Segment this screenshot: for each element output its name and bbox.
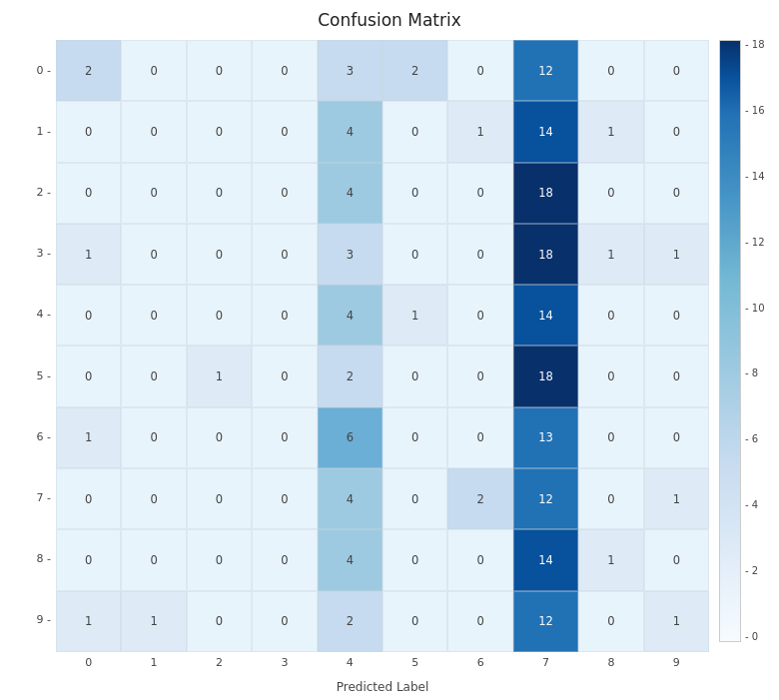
cell-value: 0 (607, 430, 614, 444)
row-label: 7 - (28, 467, 56, 528)
colorbar-ticks: - 18- 16- 14- 12- 10- 8- 6- 4- 2- 0 (741, 40, 765, 642)
table-cell: 0 (578, 346, 643, 406)
cell-value: 12 (538, 614, 553, 628)
cell-value: 0 (411, 430, 418, 444)
grid-row: 00004001800 (56, 163, 709, 224)
table-cell: 0 (187, 163, 252, 224)
table-cell: 0 (56, 529, 121, 590)
table-cell: 0 (121, 407, 186, 468)
table-cell: 0 (187, 407, 252, 468)
colorbar-tick: - 4 (745, 500, 765, 510)
colorbar-tick: - 2 (745, 566, 765, 576)
grid-row: 00004011410 (56, 101, 709, 162)
table-cell: 0 (252, 40, 317, 101)
table-cell: 0 (252, 285, 317, 346)
cell-value: 4 (347, 309, 354, 323)
table-cell: 0 (121, 163, 186, 224)
col-label: 9 (644, 652, 709, 680)
cell-value: 1 (607, 125, 614, 139)
cell-value: 0 (216, 614, 223, 628)
cell-value: 0 (607, 492, 614, 506)
table-cell: 0 (187, 101, 252, 162)
cell-value: 0 (607, 309, 614, 323)
cell-value: 1 (85, 248, 92, 262)
col-label: 3 (252, 652, 317, 680)
cell-value: 0 (150, 430, 157, 444)
table-cell: 0 (447, 529, 512, 590)
cell-value: 0 (150, 309, 157, 323)
table-cell: 0 (447, 40, 512, 101)
cell-value: 0 (607, 64, 614, 78)
cell-value: 0 (476, 64, 483, 78)
col-labels-row: 0123456789 (28, 652, 709, 680)
cell-value: 1 (673, 248, 680, 262)
table-cell: 0 (578, 591, 643, 652)
table-cell: 1 (644, 591, 709, 652)
cell-value: 14 (538, 553, 553, 567)
table-cell: 1 (56, 224, 121, 285)
cell-value: 0 (281, 369, 288, 383)
table-cell: 0 (578, 407, 643, 468)
table-cell: 0 (578, 468, 643, 529)
colorbar-wrapper: - 18- 16- 14- 12- 10- 8- 6- 4- 2- 0 (719, 40, 765, 642)
table-cell: 0 (56, 468, 121, 529)
cell-value: 1 (673, 614, 680, 628)
cell-value: 4 (347, 492, 354, 506)
table-cell: 0 (644, 163, 709, 224)
col-label: 8 (578, 652, 643, 680)
cell-value: 0 (281, 248, 288, 262)
colorbar-gradient (719, 40, 741, 642)
cell-value: 0 (150, 248, 157, 262)
cell-value: 0 (411, 186, 418, 200)
table-cell: 1 (578, 529, 643, 590)
matrix-section: 0 -1 -2 -3 -4 -5 -6 -7 -8 -9 - 200032012… (28, 40, 709, 700)
table-cell: 0 (644, 529, 709, 590)
cell-value: 0 (476, 553, 483, 567)
table-cell: 6 (318, 407, 383, 468)
cell-value: 0 (85, 369, 92, 383)
table-cell: 0 (383, 346, 447, 406)
cell-value: 0 (673, 553, 680, 567)
cell-value: 0 (85, 125, 92, 139)
table-cell: 0 (252, 529, 317, 590)
cell-value: 14 (538, 309, 553, 323)
cell-value: 1 (607, 553, 614, 567)
cell-value: 0 (281, 553, 288, 567)
cell-value: 0 (150, 492, 157, 506)
colorbar-tick: - 14 (745, 172, 765, 182)
row-label: 8 - (28, 528, 56, 589)
cell-value: 0 (673, 309, 680, 323)
table-cell: 0 (121, 346, 186, 406)
grid-row: 00004101400 (56, 285, 709, 346)
table-cell: 0 (447, 407, 512, 468)
cell-value: 2 (347, 614, 354, 628)
cell-value: 0 (150, 369, 157, 383)
grid-row: 20003201200 (56, 40, 709, 101)
colorbar-tick: - 0 (745, 632, 765, 642)
table-cell: 0 (644, 346, 709, 406)
cell-value: 0 (411, 125, 418, 139)
cell-value: 18 (538, 248, 553, 262)
cell-value: 0 (150, 186, 157, 200)
cell-value: 0 (476, 614, 483, 628)
cell-value: 0 (216, 309, 223, 323)
table-cell: 0 (578, 285, 643, 346)
colorbar-tick: - 6 (745, 434, 765, 444)
table-cell: 2 (447, 468, 512, 529)
table-cell: 0 (187, 468, 252, 529)
cell-value: 18 (538, 186, 553, 200)
cell-value: 0 (85, 309, 92, 323)
cell-value: 0 (673, 430, 680, 444)
cell-value: 0 (476, 248, 483, 262)
cell-value: 0 (216, 125, 223, 139)
colorbar-area: - 18- 16- 14- 12- 10- 8- 6- 4- 2- 0 (709, 40, 779, 700)
grid-row: 11002001201 (56, 591, 709, 652)
table-cell: 2 (318, 346, 383, 406)
col-label: 2 (187, 652, 252, 680)
table-cell: 14 (513, 529, 578, 590)
table-cell: 1 (578, 101, 643, 162)
cell-value: 0 (673, 186, 680, 200)
chart-body: True Label 0 -1 -2 -3 -4 -5 -6 -7 -8 -9 … (0, 40, 779, 700)
chart-title: Confusion Matrix (318, 10, 461, 30)
cell-value: 0 (281, 186, 288, 200)
